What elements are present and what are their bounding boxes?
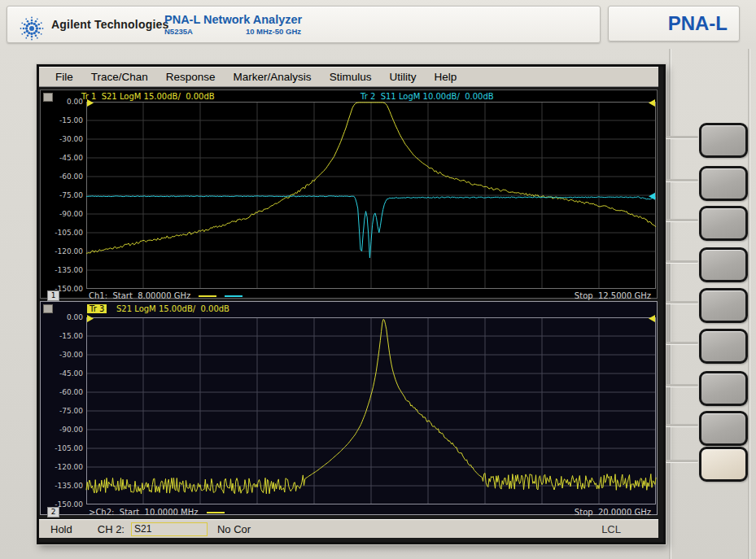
channel2-stimulus-row: 2 >Ch2: Start 10.0000 MHz Stop 20.0000 G… xyxy=(41,507,657,518)
softkey-9[interactable] xyxy=(699,447,748,482)
y-axis-label: -60.00 xyxy=(41,388,83,396)
y-axis-label: -45.00 xyxy=(41,369,83,378)
y-axis-label: 0.00 xyxy=(41,313,83,321)
product-block: PNA-L Network Analyzer N5235A 10 MHz-50 … xyxy=(164,13,301,36)
y-axis-label: -120.00 xyxy=(41,247,83,255)
bezel-groove xyxy=(666,384,698,386)
pna-l-front-panel: { "frame": { "brand": "Agilent Technolog… xyxy=(0,0,756,559)
product-title: PNA-L Network Analyzer xyxy=(164,13,301,26)
trace3-active-tag[interactable]: Tr 3 xyxy=(87,304,107,313)
active-channel-label: CH 2: xyxy=(98,523,125,535)
channel1-badge: 1 xyxy=(47,290,59,301)
y-axis-label: -30.00 xyxy=(41,351,83,359)
bezel-groove xyxy=(666,136,698,138)
bezel-groove xyxy=(666,460,698,462)
y-axis-label: -135.00 xyxy=(41,482,83,490)
bezel-groove xyxy=(666,179,698,181)
channel2-plot xyxy=(86,317,656,504)
menu-item-trace-chan[interactable]: Trace/Chan xyxy=(82,71,157,83)
y-axis-label: -90.00 xyxy=(41,210,83,218)
y-axis-label: -60.00 xyxy=(41,173,83,181)
channel1-start-readout: Ch1: Start 8.00000 GHz xyxy=(89,291,190,300)
bezel-groove xyxy=(666,260,698,263)
status-bar: Hold CH 2: S21 No Cor LCL xyxy=(39,519,658,538)
y-axis-label: -15.00 xyxy=(41,332,83,340)
menu-item-utility[interactable]: Utility xyxy=(380,71,425,83)
trace2-status[interactable]: Tr 2 S11 LogM 10.00dB/ 0.00dB xyxy=(361,92,494,101)
local-remote-indicator: LCL xyxy=(601,523,621,535)
front-panel-label: Agilent Technologies PNA-L Network Analy… xyxy=(7,6,601,43)
grid-lines xyxy=(86,317,656,504)
channel2-start-readout: >Ch2: Start 10.0000 MHz xyxy=(89,508,199,517)
correction-status: No Cor xyxy=(217,523,251,535)
bezel-groove xyxy=(666,424,698,426)
menu-item-stimulus[interactable]: Stimulus xyxy=(321,71,381,83)
trace1-status[interactable]: Tr 1 S21 LogM 15.00dB/ 0.00dB xyxy=(81,92,215,101)
trace3-status[interactable]: S21 LogM 15.00dB/ 0.00dB xyxy=(116,304,229,313)
y-axis-label: -105.00 xyxy=(41,229,83,237)
y-axis-label: -75.00 xyxy=(41,191,83,199)
brand-name: Agilent Technologies xyxy=(51,18,169,31)
softkey-4[interactable] xyxy=(699,247,748,282)
window-control-icon[interactable] xyxy=(43,304,53,313)
channel1-window[interactable]: Tr 1 S21 LogM 15.00dB/ 0.00dB Tr 2 S11 L… xyxy=(40,90,658,299)
channel1-stop-readout: Stop 12.5000 GHz xyxy=(575,291,651,300)
channel2-stop-readout: Stop 20.0000 GHz xyxy=(575,508,651,517)
y-axis-label: -75.00 xyxy=(41,407,83,415)
softkey-7[interactable] xyxy=(699,371,748,406)
y-axis-label: -45.00 xyxy=(41,154,83,162)
y-axis-label: -30.00 xyxy=(41,135,83,143)
reference-marker-icon xyxy=(649,99,655,107)
frequency-range: 10 MHz-50 GHz xyxy=(246,27,301,36)
softkey-1[interactable] xyxy=(699,123,748,158)
trace1-color-key-icon xyxy=(199,295,216,297)
softkey-8[interactable] xyxy=(699,411,748,446)
y-axis-label: -90.00 xyxy=(41,426,83,434)
trace3-color-key-icon xyxy=(207,512,225,513)
y-axis-label: -105.00 xyxy=(41,444,83,452)
bezel-groove xyxy=(666,219,698,221)
channel1-stimulus-row: 1 Ch1: Start 8.00000 GHz Stop 12.5000 GH… xyxy=(41,290,657,301)
menu-bar: FileTrace/ChanResponseMarker/AnalysisSti… xyxy=(39,67,658,87)
active-measurement-field[interactable]: S21 xyxy=(131,522,208,536)
lcd-screen: FileTrace/ChanResponseMarker/AnalysisSti… xyxy=(37,64,666,544)
softkey-2[interactable] xyxy=(699,166,748,201)
bezel-groove xyxy=(666,301,698,304)
y-axis-label: -135.00 xyxy=(41,266,83,274)
reference-marker-icon xyxy=(87,315,94,322)
menu-item-marker-analysis[interactable]: Marker/Analysis xyxy=(225,71,321,83)
channel2-badge: 2 xyxy=(47,507,59,518)
softkey-5[interactable] xyxy=(699,288,748,323)
menu-item-help[interactable]: Help xyxy=(425,71,465,83)
y-axis-label: -120.00 xyxy=(41,463,83,471)
softkey-panel xyxy=(659,0,756,559)
agilent-logo-icon xyxy=(18,15,46,42)
reference-marker-icon xyxy=(649,315,655,322)
grid-lines xyxy=(86,102,656,289)
trace2-color-key-icon xyxy=(225,295,243,297)
y-axis-label: -15.00 xyxy=(41,116,83,124)
model-number: N5235A xyxy=(164,27,193,36)
channel1-plot xyxy=(86,102,656,289)
y-axis-label: 0.00 xyxy=(41,98,83,106)
sweep-mode-status: Hold xyxy=(50,523,72,535)
softkey-6[interactable] xyxy=(699,329,748,364)
channel2-window[interactable]: Tr 3 S21 LogM 15.00dB/ 0.00dB 0.00-15.00… xyxy=(40,301,658,515)
menu-item-file[interactable]: File xyxy=(46,71,82,83)
menu-item-response[interactable]: Response xyxy=(157,71,225,83)
bezel-groove xyxy=(666,342,698,344)
softkey-3[interactable] xyxy=(699,206,748,241)
